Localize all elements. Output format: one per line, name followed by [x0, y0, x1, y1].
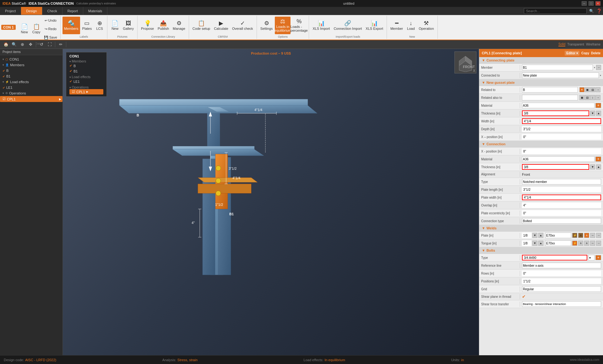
transparent-view-button[interactable]: Transparent	[567, 43, 584, 46]
tongue-weld-size-input[interactable]	[522, 240, 531, 246]
bolt-type-add-btn[interactable]: +	[595, 255, 601, 260]
tree-item-B[interactable]: ✔ B	[0, 68, 62, 73]
panel-delete-button[interactable]: Delete	[591, 51, 600, 55]
propose-button[interactable]: 💡 Propose	[139, 17, 155, 34]
tree-item-B1[interactable]: ✔ B1	[0, 73, 62, 79]
plate-eccentricity-input[interactable]	[522, 210, 601, 216]
tree-item-LE1[interactable]: ✔ LE1	[0, 85, 62, 90]
undo-button[interactable]: ↩ Undo	[43, 16, 58, 24]
tree-section-members[interactable]: ▾ 👤 Members	[0, 62, 62, 68]
weld-icon-3[interactable]: ∧	[584, 233, 589, 238]
copy-button[interactable]: 📋 Copy	[31, 20, 42, 38]
type-select[interactable]: Notched member	[522, 179, 601, 185]
gallery-button[interactable]: 🖼 Gallery	[121, 17, 135, 34]
thickness-input[interactable]	[522, 110, 589, 116]
panel-copy-button[interactable]: Copy	[581, 51, 589, 55]
manage-button[interactable]: ⚙ Manage	[171, 17, 187, 34]
solid-view-button[interactable]: Solid	[558, 42, 565, 46]
website-link[interactable]: www.ideastatica.com	[570, 358, 599, 361]
bolt-type-select[interactable]: ▾	[588, 255, 595, 260]
redo-button[interactable]: ↪ Redo	[43, 25, 58, 33]
x-position-gusset-input[interactable]	[522, 134, 601, 140]
code-setup-button[interactable]: 📋 Code setup	[191, 17, 212, 34]
weld-icon-5[interactable]: →	[596, 233, 601, 238]
member-action-btn[interactable]: →	[596, 65, 601, 70]
new-button[interactable]: 📄 New	[19, 20, 30, 38]
tree-section-operations[interactable]: ▾ ⚙ Operations	[0, 90, 62, 96]
related-also-to-btn1[interactable]: ▣	[579, 95, 584, 100]
editor-dropdown-button[interactable]: Editor ▾	[565, 51, 579, 56]
operation-button[interactable]: ⚒ Operation	[417, 17, 435, 34]
related-to-select[interactable]: B	[522, 87, 578, 93]
connection-import-button[interactable]: 🔗 Connection Import	[332, 17, 363, 34]
pan-button[interactable]: ✥	[27, 41, 34, 48]
plate-width-input[interactable]	[522, 195, 601, 200]
plate-weld-material-select[interactable]: E70xx	[545, 233, 571, 238]
plate-weld-dec-btn[interactable]: ▼	[532, 233, 537, 238]
reference-line-select[interactable]: Member x-axis	[522, 263, 601, 268]
xls-export-button[interactable]: 📊 XLS Export	[364, 17, 385, 34]
maximize-button[interactable]: □	[589, 1, 594, 6]
loads-percentage-button[interactable]: % Loads - percentage	[291, 17, 307, 34]
member-select[interactable]: B1B	[522, 65, 593, 70]
shear-plane-check[interactable]: ✔	[522, 294, 526, 299]
search-input[interactable]	[524, 8, 587, 14]
related-also-to-select[interactable]	[522, 95, 578, 100]
view-cube[interactable]: FRONT X	[454, 51, 476, 73]
search-view-button[interactable]: 🔍	[11, 41, 18, 48]
con1-cpl1[interactable]: ☑ CPL1	[69, 89, 103, 94]
load-button[interactable]: ↓ Load	[405, 17, 416, 34]
plate-length-input[interactable]	[522, 187, 601, 192]
material-conn-add-btn[interactable]: +	[595, 157, 601, 162]
home-view-button[interactable]: 🏠	[3, 41, 9, 48]
rows-input[interactable]	[522, 270, 601, 276]
new-pic-button[interactable]: 📄 New	[109, 17, 121, 34]
section-connecting-plate[interactable]: ▼ Connecting plate	[479, 57, 603, 64]
section-new-gusset-plate[interactable]: ▼ New gusset plate	[479, 79, 603, 86]
thickness-dec-btn[interactable]: ▼	[590, 111, 595, 116]
con-badge[interactable]: CON 1	[1, 25, 16, 30]
xls-import-button[interactable]: 📊 XLS Import	[311, 17, 331, 34]
menu-tab-design[interactable]: Design	[21, 7, 42, 15]
menu-tab-materials[interactable]: Materials	[83, 7, 108, 15]
close-button[interactable]: ✕	[595, 1, 600, 6]
weld-icon-4[interactable]: ↔	[590, 233, 595, 238]
bolt-type-input[interactable]	[522, 255, 587, 260]
wireframe-view-button[interactable]: Wireframe	[586, 43, 600, 46]
tree-item-CPL1[interactable]: ☑ CPL1 ▶	[0, 96, 62, 102]
overlap-input[interactable]	[522, 202, 601, 208]
plate-weld-inc-btn[interactable]: ▲	[538, 233, 543, 238]
settings-button[interactable]: ⚙ Settings	[259, 17, 274, 34]
menu-tab-check[interactable]: Check	[42, 7, 62, 15]
draw-button[interactable]: ✏	[57, 41, 64, 48]
thickness-conn-input[interactable]	[522, 164, 589, 170]
tree-root-con1[interactable]: ▾ ⬡ CON1	[0, 56, 62, 62]
con1-member-B1[interactable]: ✔ B1	[69, 68, 103, 74]
calculate-button[interactable]: ▶ Calculate	[212, 17, 230, 34]
section-welds[interactable]: ▼ Welds	[479, 225, 603, 232]
loads-equilibrium-button[interactable]: ⚖ Loads in equilibrium	[275, 17, 291, 34]
menu-tab-project[interactable]: Project	[0, 7, 21, 15]
tongue-weld-inc-btn[interactable]: ▲	[538, 241, 543, 246]
connection-type-select[interactable]: Bolted Welded	[522, 218, 601, 224]
connected-to-select[interactable]: New plate	[522, 72, 599, 78]
positions-input[interactable]	[522, 278, 601, 284]
tongue-weld-icon-4[interactable]: ↔	[590, 241, 595, 246]
tongue-weld-dec-btn[interactable]: ▼	[532, 241, 537, 246]
weld-icon-2[interactable]: ∧	[578, 233, 583, 238]
width-input[interactable]	[522, 118, 601, 124]
tree-section-load-effects[interactable]: ▾ ⚡ Load effects	[0, 79, 62, 85]
members-button[interactable]: 🔩 Members	[62, 17, 80, 34]
material-select[interactable]: A36	[522, 103, 595, 108]
grid-select[interactable]: Regular	[522, 286, 601, 292]
save-button[interactable]: 💾 Save	[43, 33, 58, 41]
thickness-conn-inc-btn[interactable]: ▲	[596, 164, 601, 169]
con1-le1[interactable]: ✔ LE1	[69, 79, 103, 84]
shear-force-transfer-select[interactable]: Bearing - tension/shear interaction	[522, 301, 601, 307]
related-to-btn1[interactable]: ▣	[585, 87, 590, 92]
section-bolts[interactable]: ▼ Bolts	[479, 247, 603, 254]
tongue-weld-material-select[interactable]: E70xx	[545, 240, 571, 246]
related-to-btn3[interactable]: →	[595, 87, 600, 92]
related-also-to-btn2[interactable]: ▤	[585, 95, 590, 100]
zoom-button[interactable]: ⊕	[19, 41, 26, 48]
